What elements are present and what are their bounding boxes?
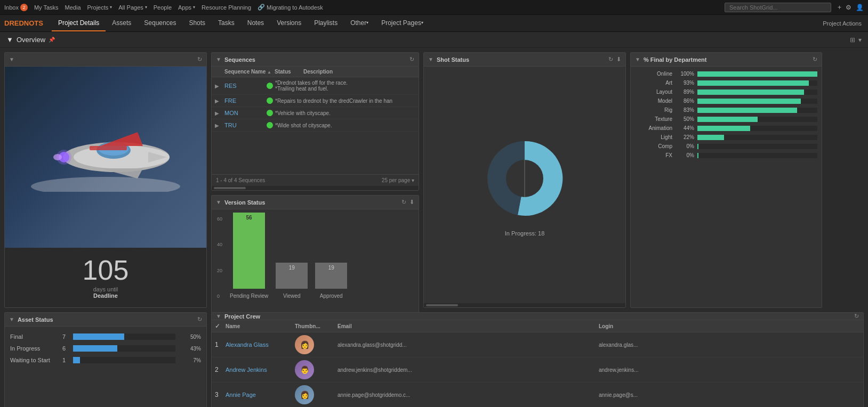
crew-check-2[interactable]: 2 xyxy=(215,366,226,373)
projects-nav[interactable]: Projects ▾ xyxy=(87,4,112,11)
crew-check-3[interactable]: 3 xyxy=(215,391,226,398)
add-icon[interactable]: + xyxy=(838,4,841,11)
project-name[interactable]: DREDNOTS xyxy=(4,19,43,27)
tab-other[interactable]: Other ▾ xyxy=(344,15,375,31)
deadline-image xyxy=(5,67,206,248)
deadline-days-label: days until Deadline xyxy=(13,286,198,299)
tab-versions[interactable]: Versions xyxy=(270,15,308,31)
tab-shots[interactable]: Shots xyxy=(182,15,212,31)
apps-nav[interactable]: Apps ▾ xyxy=(178,4,195,11)
seq-row-res[interactable]: ▶ RES *Drednot takes off for the race.*T… xyxy=(212,77,419,95)
deadline-collapse[interactable]: ▼ xyxy=(9,56,14,62)
seq-sort-arrow[interactable]: ▲ xyxy=(267,70,271,75)
asset-label-waiting: Waiting to Start xyxy=(10,357,58,363)
bar-approved-value: 19 xyxy=(328,265,334,271)
version-download[interactable]: ⬇ xyxy=(409,199,414,206)
asset-row-final: Final 7 50% xyxy=(5,331,206,343)
asset-collapse[interactable]: ▼ xyxy=(9,316,14,322)
seq-expand-icon-4[interactable]: ▶ xyxy=(215,123,222,128)
settings-icon[interactable]: ⚙ xyxy=(846,4,851,11)
version-refresh[interactable]: ↻ xyxy=(401,199,406,206)
dept-pct-online: 100% xyxy=(676,71,694,77)
inbox-nav[interactable]: Inbox 2 xyxy=(4,4,28,11)
chart-y-axis: 60 40 20 0 xyxy=(217,216,228,299)
resource-planning-nav[interactable]: Resource Planning xyxy=(202,4,251,11)
crew-check-1[interactable]: 1 xyxy=(215,341,226,348)
crew-row-2[interactable]: 2 Andrew Jenkins 👨 andrew.jenkins@shotgr… xyxy=(212,357,863,382)
bar-pending-review: 56 Pending Review xyxy=(230,213,268,299)
seq-desc-2: *Repairs to drednot by the dredCrawler i… xyxy=(275,98,415,104)
seq-name-3[interactable]: MON xyxy=(224,110,264,116)
tab-project-pages[interactable]: Project Pages ▾ xyxy=(375,15,430,31)
project-navigation: DREDNOTS Project Details Assets Sequence… xyxy=(0,15,868,32)
asset-refresh[interactable]: ↻ xyxy=(197,316,202,323)
sequences-collapse[interactable]: ▼ xyxy=(216,56,221,62)
per-page-selector[interactable]: 25 per page ▾ xyxy=(382,177,414,183)
sequences-scrollbar[interactable] xyxy=(212,186,419,190)
deadline-panel-header: ▼ ↻ xyxy=(5,53,206,67)
seq-expand-icon-3[interactable]: ▶ xyxy=(215,110,222,116)
tab-project-details[interactable]: Project Details xyxy=(52,15,106,31)
version-chart-area: 60 40 20 0 56 Pending xyxy=(212,209,419,316)
tab-assets[interactable]: Assets xyxy=(106,15,138,31)
top-nav-icons: + ⚙ 👤 xyxy=(838,4,864,11)
asset-bar-waiting xyxy=(73,357,80,363)
sequences-refresh[interactable]: ↻ xyxy=(409,56,414,63)
seq-expand-icon-2[interactable]: ▶ xyxy=(215,98,222,104)
dept-bar-comp xyxy=(697,144,698,149)
dept-collapse[interactable]: ▼ xyxy=(635,56,640,62)
crew-name-3[interactable]: Annie Page xyxy=(226,392,295,398)
tab-sequences[interactable]: Sequences xyxy=(138,15,182,31)
top-panels-row: ▼ ↻ xyxy=(4,52,864,308)
dept-refresh[interactable]: ↻ xyxy=(813,56,817,63)
all-pages-nav[interactable]: All Pages ▾ xyxy=(118,4,147,11)
seq-row-mon[interactable]: ▶ MON *Vehicle with cityscape. xyxy=(212,107,419,119)
bar-pending-value: 56 xyxy=(246,215,252,221)
crew-collapse[interactable]: ▼ xyxy=(216,313,221,319)
bar-viewed-value: 19 xyxy=(289,265,295,271)
shot-download[interactable]: ⬇ xyxy=(616,56,621,63)
shot-panel-header: ▼ Shot Status ↻ ⬇ xyxy=(424,53,625,67)
layout-chevron[interactable]: ▾ xyxy=(858,36,862,44)
sequences-scrollbar-handle[interactable] xyxy=(214,187,246,189)
tab-notes[interactable]: Notes xyxy=(241,15,270,31)
shot-refresh[interactable]: ↻ xyxy=(608,56,613,63)
tab-playlists[interactable]: Playlists xyxy=(308,15,344,31)
pin-icon[interactable]: 📌 xyxy=(49,37,55,43)
my-tasks-nav[interactable]: My Tasks xyxy=(34,4,59,11)
seq-row-fre[interactable]: ▶ FRE *Repairs to drednot by the dredCra… xyxy=(212,95,419,107)
tab-tasks[interactable]: Tasks xyxy=(212,15,241,31)
crew-name-2[interactable]: Andrew Jenkins xyxy=(226,367,295,373)
seq-name[interactable]: RES xyxy=(224,83,264,89)
project-crew-panel: ▼ Project Crew ↻ ✓ Name Thumbn... Email … xyxy=(211,312,864,407)
dept-row-art: Art 93% xyxy=(635,80,817,86)
media-nav[interactable]: Media xyxy=(65,4,81,11)
crew-row-1[interactable]: 1 Alexandra Glass 👩 alexandra.glass@shot… xyxy=(212,332,863,357)
seq-expand-icon[interactable]: ▶ xyxy=(215,83,222,89)
dept-pct-layout: 89% xyxy=(676,89,694,95)
inbox-label: Inbox xyxy=(4,4,19,11)
dept-bar-animation xyxy=(697,126,750,131)
crew-name-1[interactable]: Alexandra Glass xyxy=(226,341,295,348)
collapse-arrow[interactable]: ▼ xyxy=(6,36,13,44)
user-icon[interactable]: 👤 xyxy=(856,4,864,11)
crew-login-1: alexandra.glas... xyxy=(599,342,860,348)
asset-label-in-progress: In Progress xyxy=(10,345,58,352)
crew-col-check: ✓ xyxy=(215,322,226,330)
shot-scrollbar[interactable] xyxy=(424,303,625,307)
shot-scrollbar-handle[interactable] xyxy=(426,304,458,306)
crew-row-3[interactable]: 3 Annie Page 👩 annie.page@shotgriddemo.c… xyxy=(212,382,863,407)
crew-refresh[interactable]: ↻ xyxy=(854,313,859,320)
search-input[interactable] xyxy=(725,3,831,12)
migrating-nav[interactable]: 🔗 Migrating to Autodesk xyxy=(258,4,323,11)
seq-row-tru[interactable]: ▶ TRU *Wide shot of cityscape. xyxy=(212,119,419,132)
deadline-refresh-icon[interactable]: ↻ xyxy=(197,56,202,63)
dept-bar-light-container xyxy=(697,135,817,140)
grid-view-icon[interactable]: ⊞ xyxy=(850,36,855,44)
seq-name-2[interactable]: FRE xyxy=(224,97,264,104)
people-nav[interactable]: People xyxy=(154,4,172,11)
shot-collapse[interactable]: ▼ xyxy=(428,56,433,62)
seq-name-4[interactable]: TRU xyxy=(224,122,264,128)
project-actions[interactable]: Project Actions xyxy=(823,20,868,27)
version-collapse[interactable]: ▼ xyxy=(216,199,221,205)
